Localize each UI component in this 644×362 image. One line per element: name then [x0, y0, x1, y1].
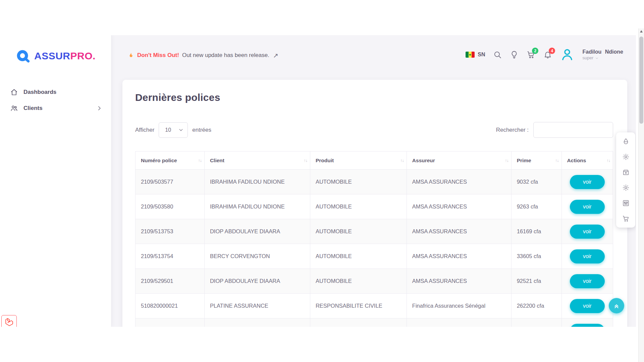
sidebar-item-clients[interactable]: Clients: [5, 100, 106, 116]
sort-arrows-icon[interactable]: [400, 158, 404, 163]
column-header-assureur[interactable]: Assureur: [407, 152, 511, 170]
cart-trolley-icon[interactable]: [622, 215, 630, 222]
scrollbar-thumb[interactable]: [639, 37, 643, 124]
user-role: super: [582, 55, 623, 61]
user-menu[interactable]: Fadilou Ndione super: [582, 49, 623, 61]
table-row: 2109/503580 IBRAHIMA FADILOU NDIONE AUTO…: [136, 194, 613, 219]
column-header-actions[interactable]: Actions: [561, 152, 613, 170]
voir-button[interactable]: voir: [570, 299, 605, 313]
users-icon: [10, 104, 18, 112]
voir-button[interactable]: voir: [570, 175, 605, 189]
gear-icon[interactable]: [622, 184, 630, 191]
app-viewport: ASSURPRO. Dashboards Clients Don't Miss …: [0, 35, 636, 327]
entries-length-control: Afficher 10 entrées: [135, 122, 211, 138]
policies-table-body: 2109/503577 IBRAHIMA FADILOU NDIONE AUTO…: [136, 170, 613, 327]
navbar-actions: SN 2 4 Fadilou Ndione super: [466, 45, 623, 65]
cell-actions: voir: [561, 194, 613, 219]
cell-client: DIOP ABDOULAYE DIAARA: [204, 219, 310, 244]
flame-icon: [127, 52, 134, 59]
user-avatar[interactable]: [560, 48, 574, 62]
column-label: Numéro police: [141, 158, 177, 163]
paint-bucket-icon[interactable]: [622, 138, 630, 145]
cell-client: BERCY CORVENGTON: [204, 244, 310, 269]
search-button[interactable]: [493, 50, 502, 59]
teal-person-icon: [560, 48, 574, 62]
cell-client: DIOP ABDOULAYE DIAARA: [204, 269, 310, 294]
column-label: Produit: [316, 158, 334, 163]
table-row: 510820000021 PLATINE ASSURANCE RESPONSAB…: [136, 294, 613, 318]
entries-select-value: 10: [165, 127, 171, 133]
cell-assureur: AMSA ASSURANCES: [407, 244, 511, 269]
cell-produit: AUTOMOBILE: [310, 269, 407, 294]
lightbulb-icon: [510, 50, 519, 59]
brand-logo[interactable]: ASSURPRO.: [0, 35, 111, 63]
cell-client: IBRAHIMA FADILOU NDIONE: [204, 194, 310, 219]
sort-arrows-icon[interactable]: [304, 158, 307, 163]
chevron-down-icon: [178, 127, 183, 132]
voir-button[interactable]: voir: [570, 200, 605, 214]
column-label: Client: [210, 158, 224, 163]
column-header-prime[interactable]: Prime: [511, 152, 561, 170]
chevron-down-icon: [595, 56, 599, 60]
voir-button[interactable]: voir: [570, 324, 605, 327]
voir-button[interactable]: voir: [570, 274, 605, 288]
gear-icon[interactable]: [622, 153, 630, 161]
policies-table: Numéro police Client Produit Assureur Pr…: [135, 151, 613, 327]
voir-button[interactable]: voir: [570, 249, 605, 263]
locale-code: SN: [478, 52, 485, 58]
double-chevron-up-icon: [613, 302, 620, 309]
locale-switcher[interactable]: SN: [466, 52, 485, 58]
sidebar-item-dashboards[interactable]: Dashboards: [5, 84, 106, 100]
external-link-arrow-icon[interactable]: ↗: [273, 52, 278, 59]
cell-client: IBRAHIMA FADILOU NDIONE: [204, 170, 310, 194]
cell-produit: AUTOMOBILE: [310, 244, 407, 269]
table-row: voir: [136, 318, 613, 327]
cell-prime: 262200 cfa: [511, 294, 561, 318]
column-header-produit[interactable]: Produit: [310, 152, 407, 170]
sort-arrows-icon[interactable]: [505, 158, 508, 163]
cell-prime: 9263 cfa: [511, 194, 561, 219]
cell-numero-police: 2109/503580: [136, 194, 205, 219]
scrollbar-up-arrow-icon[interactable]: [640, 30, 643, 33]
table-row: 2109/503577 IBRAHIMA FADILOU NDIONE AUTO…: [136, 170, 613, 194]
brand-name-secondary: PRO.: [70, 50, 96, 61]
table-search-input[interactable]: [533, 122, 613, 138]
announcement-highlight: Don't Miss Out!: [137, 52, 179, 59]
entries-select[interactable]: 10: [159, 122, 188, 138]
scroll-to-top-button[interactable]: [609, 298, 624, 313]
cell-assureur: [407, 318, 511, 327]
announcement-banner[interactable]: Don't Miss Out! Out new update has been …: [127, 48, 278, 63]
home-icon: [10, 88, 18, 96]
cell-numero-police: 2109/503577: [136, 170, 205, 194]
cell-prime: 33605 cfa: [511, 244, 561, 269]
column-header-client[interactable]: Client: [204, 152, 310, 170]
sidebar-item-label: Clients: [23, 105, 43, 112]
table-controls: Afficher 10 entrées Rechercher :: [135, 122, 613, 138]
sliders-icon[interactable]: [622, 199, 630, 207]
cell-prime: 9032 cfa: [511, 170, 561, 194]
column-label: Prime: [517, 158, 531, 163]
cell-assureur: AMSA ASSURANCES: [407, 170, 511, 194]
voir-button[interactable]: voir: [570, 225, 605, 239]
notifications-button[interactable]: 4: [543, 50, 552, 59]
cart-button[interactable]: 2: [527, 50, 535, 59]
sort-arrows-icon[interactable]: [198, 158, 202, 163]
cell-numero-police: 510820000021: [136, 294, 205, 318]
sort-arrows-icon[interactable]: [607, 158, 610, 163]
notification-badge: 4: [549, 48, 555, 54]
sort-arrows-icon[interactable]: [555, 158, 559, 163]
laravel-icon: [5, 318, 13, 326]
ideas-button[interactable]: [510, 50, 519, 59]
entries-label: entrées: [192, 127, 211, 133]
column-label: Assureur: [412, 158, 435, 163]
cell-client: [204, 318, 310, 327]
column-header-numero-police[interactable]: Numéro police: [136, 152, 205, 170]
cell-numero-police: 2109/513754: [136, 244, 205, 269]
cell-produit: AUTOMOBILE: [310, 194, 407, 219]
archive-up-icon[interactable]: [622, 169, 630, 176]
cell-produit: AUTOMOBILE: [310, 170, 407, 194]
policies-card: Dernières polices Afficher 10 entrées Re…: [122, 80, 627, 327]
brand-name-primary: ASSUR: [34, 50, 70, 61]
column-label: Actions: [567, 158, 586, 163]
search-control: Rechercher :: [496, 122, 613, 138]
